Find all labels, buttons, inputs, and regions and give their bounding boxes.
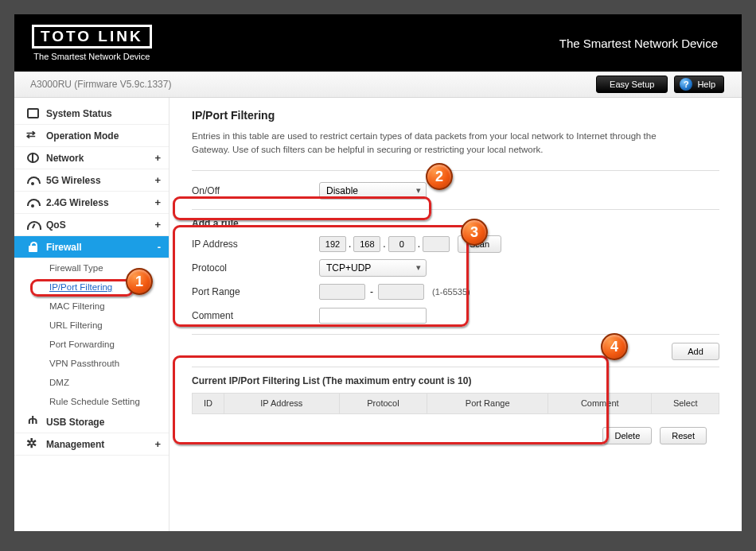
divider	[192, 209, 719, 210]
port-range-hint: (1-65535)	[432, 287, 470, 297]
sidebar-sub-port-forwarding[interactable]: Port Forwarding	[14, 335, 169, 354]
add-rule-title: Add a rule	[192, 218, 719, 229]
col-select: Select	[652, 393, 719, 413]
col-id: ID	[193, 393, 224, 413]
col-port-range: Port Range	[427, 393, 548, 413]
ip-octet-3[interactable]	[388, 236, 415, 252]
col-protocol: Protocol	[339, 393, 427, 413]
page-title: IP/Port Filtering	[192, 109, 719, 122]
gauge-icon	[27, 219, 39, 230]
row-onoff: On/Off Disable	[192, 179, 719, 203]
sidebar-item-label: 2.4G Wireless	[46, 197, 109, 208]
row-protocol: Protocol TCP+UDP	[192, 256, 719, 280]
sidebar-sub-mac-filtering[interactable]: MAC Filtering	[14, 297, 169, 316]
logo-tagline: The Smartest Network Device	[33, 52, 150, 61]
sidebar-item-system-status[interactable]: System Status	[14, 103, 169, 125]
sidebar-item-operation-mode[interactable]: Operation Mode	[14, 125, 169, 147]
usb-icon	[27, 417, 39, 427]
port-from-input[interactable]	[319, 284, 365, 300]
wifi-icon	[27, 175, 39, 185]
sidebar-item-label: Network	[46, 153, 84, 164]
help-icon: ?	[680, 78, 692, 91]
sidebar-item-qos[interactable]: QoS +	[14, 214, 169, 236]
sidebar-sub-ip-port-filtering[interactable]: IP/Port Filtering	[14, 277, 169, 297]
protocol-select[interactable]: TCP+UDP	[319, 259, 427, 277]
logo: TOTO LINK The Smartest Network Device	[32, 25, 152, 61]
row-comment: Comment	[192, 304, 719, 328]
subheader-buttons: Easy Setup ? Help	[596, 76, 724, 93]
sidebar-item-label: 5G Wireless	[46, 175, 101, 186]
sidebar-item-usb-storage[interactable]: USB Storage	[14, 411, 169, 433]
expand-icon: +	[154, 438, 161, 450]
protocol-value: TCP+UDP	[326, 262, 371, 274]
row-port-range: Port Range - (1-65535)	[192, 280, 719, 304]
sidebar: System Status Operation Mode Network + 5…	[14, 98, 170, 531]
body-row: System Status Operation Mode Network + 5…	[14, 98, 742, 531]
expand-icon: +	[154, 174, 161, 186]
filtering-list-title: Current IP/Port Filtering List (The maxi…	[192, 375, 719, 386]
expand-icon: +	[154, 196, 161, 208]
add-bar: Add	[192, 343, 719, 360]
onoff-select[interactable]: Disable	[319, 182, 427, 200]
logo-text: TOTO LINK	[32, 25, 152, 49]
col-comment: Comment	[548, 393, 652, 413]
port-to-input[interactable]	[378, 284, 424, 300]
operation-mode-icon	[27, 130, 39, 141]
col-ip: IP Address	[224, 393, 340, 413]
filtering-table: ID IP Address Protocol Port Range Commen…	[192, 393, 719, 414]
sidebar-item-24g-wireless[interactable]: 2.4G Wireless +	[14, 192, 169, 214]
sidebar-item-label: USB Storage	[46, 417, 104, 428]
main-panel: IP/Port Filtering Entries in this table …	[170, 98, 742, 531]
ip-octet-1[interactable]	[319, 236, 346, 252]
sidebar-item-firewall[interactable]: Firewall -	[14, 236, 169, 258]
gear-icon	[27, 439, 39, 449]
page-description: Entries in this table are used to restri…	[192, 130, 685, 157]
monitor-icon	[27, 108, 39, 118]
expand-icon: +	[154, 219, 161, 231]
table-actions: Delete Reset	[192, 427, 719, 444]
divider	[192, 367, 719, 367]
sidebar-sub-vpn-passthrough[interactable]: VPN Passthrouth	[14, 354, 169, 373]
help-label: Help	[697, 80, 715, 89]
sidebar-item-label: QoS	[46, 219, 66, 231]
divider	[192, 170, 719, 171]
sidebar-sub-firewall-type[interactable]: Firewall Type	[14, 258, 169, 277]
globe-icon	[27, 153, 39, 163]
add-button[interactable]: Add	[672, 343, 719, 360]
sidebar-item-label: Firewall	[46, 242, 82, 253]
sidebar-sub-dmz[interactable]: DMZ	[14, 373, 169, 392]
onoff-value: Disable	[326, 185, 358, 196]
protocol-label: Protocol	[192, 262, 319, 274]
sidebar-item-label: Operation Mode	[46, 130, 119, 142]
collapse-icon: -	[158, 241, 161, 253]
comment-input[interactable]	[319, 308, 427, 324]
ip-octet-2[interactable]	[353, 236, 380, 252]
reset-button[interactable]: Reset	[660, 427, 707, 444]
easy-setup-button[interactable]: Easy Setup	[596, 76, 668, 93]
sidebar-item-label: System Status	[46, 108, 112, 119]
divider	[192, 334, 719, 335]
firmware-label: A3000RU (Firmware V5.9c.1337)	[30, 79, 171, 90]
sidebar-item-5g-wireless[interactable]: 5G Wireless +	[14, 169, 169, 192]
app-frame: TOTO LINK The Smartest Network Device Th…	[14, 14, 742, 531]
header: TOTO LINK The Smartest Network Device Th…	[14, 14, 742, 72]
ip-octet-4[interactable]	[423, 236, 450, 252]
subheader: A3000RU (Firmware V5.9c.1337) Easy Setup…	[14, 72, 742, 98]
sidebar-item-network[interactable]: Network +	[14, 147, 169, 169]
header-slogan: The Smartest Network Device	[559, 37, 718, 50]
help-button[interactable]: ? Help	[674, 76, 724, 93]
sidebar-sub-rule-schedule[interactable]: Rule Schedule Setting	[14, 392, 169, 411]
delete-button[interactable]: Delete	[602, 427, 652, 444]
row-ip: IP Address . . . Scan	[192, 232, 719, 256]
sidebar-item-management[interactable]: Management +	[14, 433, 169, 456]
ip-label: IP Address	[192, 239, 319, 250]
onoff-label: On/Off	[192, 185, 319, 196]
sidebar-sub-url-filtering[interactable]: URL Filtering	[14, 316, 169, 335]
sidebar-item-label: Management	[46, 439, 104, 450]
lock-icon	[27, 242, 39, 252]
wifi-icon	[27, 197, 39, 208]
expand-icon: +	[154, 152, 161, 164]
scan-button[interactable]: Scan	[458, 235, 501, 253]
port-range-label: Port Range	[192, 286, 319, 297]
comment-label: Comment	[192, 310, 319, 321]
